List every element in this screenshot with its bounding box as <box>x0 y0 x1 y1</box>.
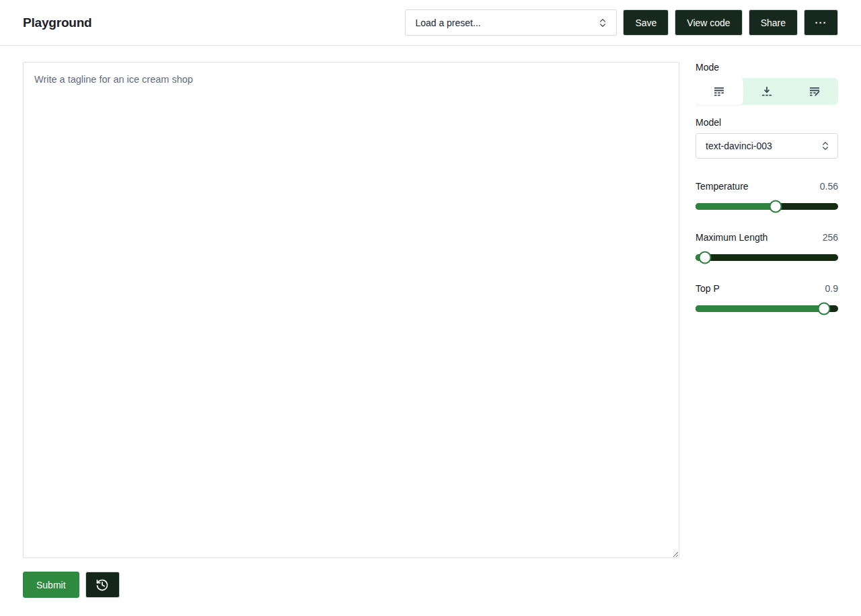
slider-fill <box>696 203 776 210</box>
editor-column: Submit <box>23 62 679 616</box>
chevron-updown-icon <box>597 17 608 28</box>
mode-label: Mode <box>696 62 838 73</box>
temperature-label: Temperature <box>696 181 749 192</box>
chevron-updown-icon <box>820 141 831 151</box>
model-select[interactable]: text-davinci-003 <box>696 133 838 159</box>
playground-page: Playground Load a preset... Save View co… <box>0 0 861 616</box>
max-length-param: Maximum Length 256 <box>696 232 838 261</box>
preset-select[interactable]: Load a preset... <box>405 9 617 36</box>
top-p-param: Top P 0.9 <box>696 283 838 312</box>
mode-complete-button[interactable] <box>696 78 743 105</box>
top-p-slider-thumb[interactable] <box>817 303 830 315</box>
model-select-value: text-davinci-003 <box>706 141 772 151</box>
slider-fill <box>696 305 824 312</box>
temperature-param: Temperature 0.56 <box>696 181 838 210</box>
mode-edit-button[interactable] <box>790 78 838 105</box>
max-length-label: Maximum Length <box>696 232 768 243</box>
save-button[interactable]: Save <box>623 9 669 36</box>
header: Playground Load a preset... Save View co… <box>0 0 861 46</box>
ellipsis-icon: ··· <box>815 17 827 28</box>
max-length-value: 256 <box>823 232 838 243</box>
preset-select-value: Load a preset... <box>415 17 480 28</box>
temperature-slider-thumb[interactable] <box>769 200 782 213</box>
max-length-slider-thumb[interactable] <box>698 252 711 264</box>
temperature-slider[interactable] <box>696 203 838 210</box>
share-button[interactable]: Share <box>749 9 798 36</box>
top-p-slider[interactable] <box>696 305 838 312</box>
edit-mode-icon <box>808 85 821 98</box>
editor-actions: Submit <box>23 572 679 598</box>
temperature-value: 0.56 <box>820 181 838 192</box>
complete-mode-icon <box>712 85 726 98</box>
settings-sidebar: Mode <box>696 62 838 616</box>
submit-button[interactable]: Submit <box>23 572 79 598</box>
more-button[interactable]: ··· <box>804 9 838 36</box>
max-length-slider[interactable] <box>696 254 838 261</box>
view-code-button[interactable]: View code <box>675 9 742 36</box>
insert-mode-icon <box>760 85 774 98</box>
mode-insert-button[interactable] <box>743 78 791 105</box>
history-button[interactable] <box>85 572 120 598</box>
main-content: Submit Mode <box>0 46 861 616</box>
page-title: Playground <box>23 15 92 30</box>
header-actions: Load a preset... Save View code Share ··… <box>405 9 838 36</box>
mode-segmented-control <box>696 78 838 105</box>
prompt-textarea[interactable] <box>23 62 679 558</box>
history-icon <box>96 578 109 592</box>
model-label: Model <box>696 117 838 128</box>
top-p-value: 0.9 <box>825 283 838 294</box>
top-p-label: Top P <box>696 283 720 294</box>
